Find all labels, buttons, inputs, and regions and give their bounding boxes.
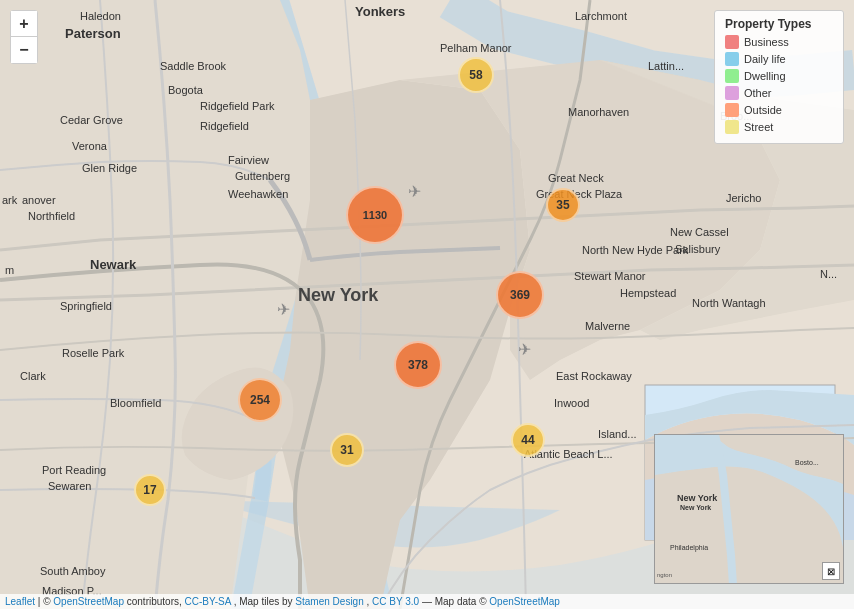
attribution-maptiles: , Map tiles by — [234, 596, 296, 607]
legend-item-business: Business — [725, 35, 833, 49]
legend-label-0: Business — [744, 36, 789, 48]
cluster-254[interactable]: 254 — [238, 378, 282, 422]
legend-label-4: Outside — [744, 104, 782, 116]
cluster-369[interactable]: 369 — [496, 271, 544, 319]
attribution-stamen-link[interactable]: Stamen Design — [295, 596, 363, 607]
cluster-378[interactable]: 378 — [394, 341, 442, 389]
attribution-osm-link[interactable]: OpenStreetMap — [53, 596, 124, 607]
cluster-44[interactable]: 44 — [511, 423, 545, 457]
legend-item-outside: Outside — [725, 103, 833, 117]
legend-title: Property Types — [725, 17, 833, 31]
cluster-17[interactable]: 17 — [134, 474, 166, 506]
attribution-mapdata: — Map data © — [422, 596, 489, 607]
legend: Property Types BusinessDaily lifeDwellin… — [714, 10, 844, 144]
inset-map-inner: Bosto... New York Philadelphia ngton New… — [655, 435, 843, 583]
map-zoom-controls: + − — [10, 10, 38, 64]
svg-text:Bosto...: Bosto... — [795, 459, 819, 466]
legend-label-1: Daily life — [744, 53, 786, 65]
map-container: Haledon Paterson Saddle Brook Yonkers La… — [0, 0, 854, 609]
attribution-leaflet[interactable]: Leaflet — [5, 596, 35, 607]
zoom-out-button[interactable]: − — [11, 37, 37, 63]
attribution-stamen-license-link[interactable]: CC BY 3.0 — [372, 596, 419, 607]
svg-text:New York: New York — [680, 504, 711, 511]
attribution-license-link[interactable]: CC-BY-SA — [185, 596, 231, 607]
inset-expand-button[interactable]: ⊠ — [822, 562, 840, 580]
legend-item-street: Street — [725, 120, 833, 134]
attribution-osm2-link[interactable]: OpenStreetMap — [489, 596, 560, 607]
inset-map-svg: Bosto... New York Philadelphia ngton — [655, 435, 844, 584]
cluster-31[interactable]: 31 — [330, 433, 364, 467]
legend-label-3: Other — [744, 87, 772, 99]
svg-text:ngton: ngton — [657, 572, 672, 578]
legend-item-dwelling: Dwelling — [725, 69, 833, 83]
svg-text:Philadelphia: Philadelphia — [670, 544, 708, 552]
cluster-35[interactable]: 35 — [546, 188, 580, 222]
attribution-contributors: contributors, — [127, 596, 185, 607]
attribution-bar: Leaflet | © OpenStreetMap contributors, … — [0, 594, 854, 609]
legend-item-other: Other — [725, 86, 833, 100]
legend-item-daily-life: Daily life — [725, 52, 833, 66]
attribution-separator-1: | © — [38, 596, 54, 607]
legend-label-5: Street — [744, 121, 773, 133]
zoom-in-button[interactable]: + — [11, 11, 37, 37]
legend-label-2: Dwelling — [744, 70, 786, 82]
cluster-58[interactable]: 58 — [458, 57, 494, 93]
cluster-1130[interactable]: 1130 — [346, 186, 404, 244]
inset-map: Bosto... New York Philadelphia ngton New… — [654, 434, 844, 584]
